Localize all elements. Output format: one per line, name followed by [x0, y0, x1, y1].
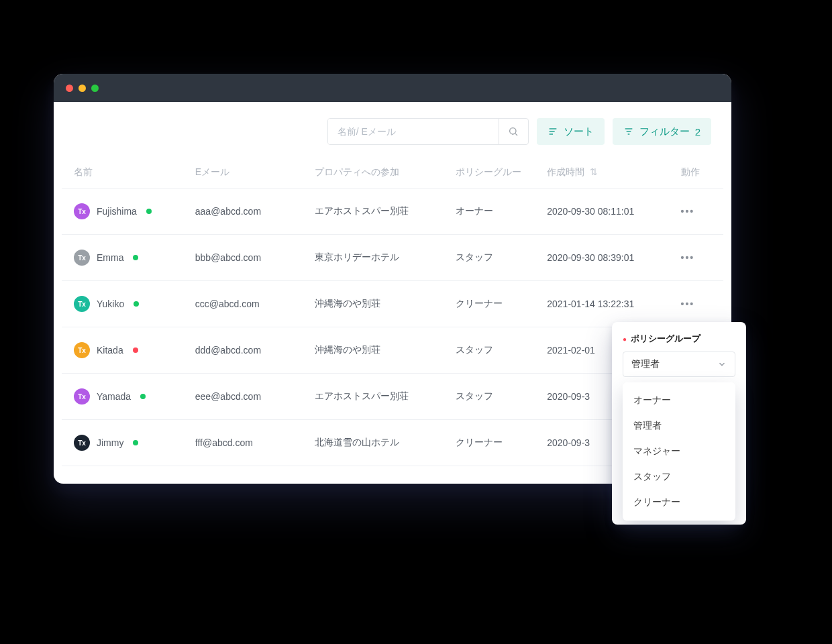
user-created: 2020-09-30 08:39:01	[540, 235, 674, 281]
col-created[interactable]: 作成時間 ⇅	[540, 157, 674, 189]
status-dot-icon	[133, 347, 138, 353]
search-icon	[508, 126, 519, 137]
col-action[interactable]: 動作	[674, 157, 723, 189]
user-created: 2021-01-14 13:22:31	[540, 281, 674, 327]
user-name: Yamada	[97, 391, 131, 402]
row-actions-button[interactable]: •••	[681, 206, 695, 217]
user-policy: クリーナー	[449, 420, 540, 466]
popover-label: ● ポリシーグループ	[623, 333, 735, 345]
user-name: Yukiko	[97, 299, 124, 309]
user-property: エアホストスパー別荘	[308, 374, 449, 420]
user-policy: クリーナー	[449, 281, 540, 327]
filter-count: 2	[695, 126, 700, 138]
avatar: Tx	[74, 388, 90, 405]
policy-option[interactable]: 管理者	[623, 413, 735, 439]
row-actions-button[interactable]: •••	[681, 299, 695, 309]
col-policy[interactable]: ポリシーグルー	[449, 157, 540, 189]
avatar: Tx	[74, 296, 90, 312]
search-button[interactable]	[499, 119, 528, 144]
svg-point-0	[510, 128, 516, 134]
user-property: エアホストスパー別荘	[308, 189, 449, 235]
status-dot-icon	[133, 255, 138, 260]
sort-indicator-icon: ⇅	[590, 166, 598, 177]
titlebar	[54, 74, 731, 102]
user-property: 沖縄海のや別荘	[308, 281, 449, 327]
user-property: 沖縄海のや別荘	[308, 327, 449, 374]
avatar: Tx	[74, 203, 90, 219]
sort-icon	[548, 126, 558, 137]
user-policy: オーナー	[449, 189, 540, 235]
status-dot-icon	[146, 209, 152, 214]
user-created: 2020-09-30 08:11:01	[540, 189, 674, 235]
search-field	[327, 118, 529, 145]
user-name: Jimmy	[97, 437, 123, 448]
status-dot-icon	[133, 440, 138, 445]
col-name[interactable]: 名前	[62, 157, 189, 189]
user-email: aaa@abcd.com	[189, 189, 308, 235]
sort-label: ソート	[564, 125, 594, 138]
policy-option[interactable]: マネジャー	[623, 439, 735, 464]
window-minimize-icon[interactable]	[79, 85, 86, 92]
avatar: Tx	[74, 250, 90, 266]
avatar: Tx	[74, 342, 90, 358]
policy-option[interactable]: オーナー	[623, 388, 735, 413]
toolbar: ソート フィルター 2	[54, 102, 731, 157]
table-row: TxFujishimaaaa@abcd.comエアホストスパー別荘オーナー202…	[62, 189, 723, 235]
policy-group-select[interactable]: 管理者	[623, 352, 735, 377]
policy-option[interactable]: スタッフ	[623, 464, 735, 490]
table-row: TxEmmabbb@abcd.com東京ホリデーホテルスタッフ2020-09-3…	[62, 235, 723, 281]
policy-option[interactable]: クリーナー	[623, 490, 735, 515]
policy-group-popover: ● ポリシーグループ 管理者 オーナー管理者マネジャースタッフクリーナー	[612, 322, 746, 525]
table-row: TxYukikoccc@abcd.com沖縄海のや別荘クリーナー2021-01-…	[62, 281, 723, 327]
filter-button[interactable]: フィルター 2	[613, 118, 711, 145]
user-email: eee@abcd.com	[189, 374, 308, 420]
window-close-icon[interactable]	[66, 85, 73, 92]
col-email[interactable]: Eメール	[189, 157, 308, 189]
user-name: Kitada	[97, 345, 123, 356]
window-zoom-icon[interactable]	[91, 85, 99, 92]
col-property[interactable]: プロパティへの参加	[308, 157, 449, 189]
user-email: fff@abcd.com	[189, 420, 308, 466]
search-input[interactable]	[328, 119, 499, 144]
user-email: ccc@abcd.com	[189, 281, 308, 327]
user-policy: スタッフ	[449, 374, 540, 420]
user-policy: スタッフ	[449, 327, 540, 374]
user-name: Fujishima	[97, 206, 137, 217]
user-email: bbb@abcd.com	[189, 235, 308, 281]
row-actions-button[interactable]: •••	[681, 252, 695, 263]
status-dot-icon	[140, 394, 146, 399]
user-property: 東京ホリデーホテル	[308, 235, 449, 281]
required-indicator-icon: ●	[623, 335, 627, 343]
user-policy: スタッフ	[449, 235, 540, 281]
user-email: ddd@abcd.com	[189, 327, 308, 374]
sort-button[interactable]: ソート	[537, 118, 605, 145]
col-created-label: 作成時間	[547, 166, 584, 177]
user-name: Emma	[97, 252, 123, 263]
policy-group-dropdown: オーナー管理者マネジャースタッフクリーナー	[623, 382, 735, 521]
svg-line-1	[515, 133, 517, 136]
filter-label: フィルター	[639, 125, 690, 138]
filter-icon	[623, 126, 634, 137]
select-value: 管理者	[631, 358, 660, 370]
chevron-down-icon	[717, 360, 727, 369]
status-dot-icon	[134, 301, 139, 307]
avatar: Tx	[74, 435, 90, 451]
user-property: 北海道雪の山ホテル	[308, 420, 449, 466]
